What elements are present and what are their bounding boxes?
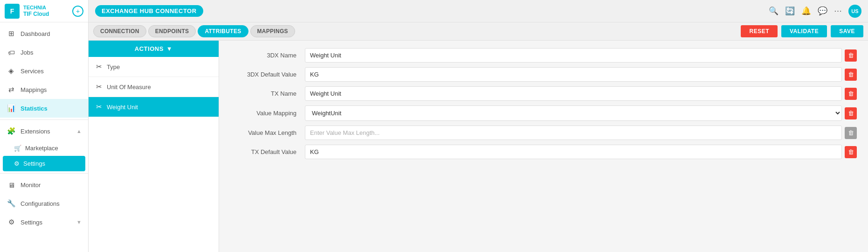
marketplace-icon: 🛒 — [14, 145, 21, 152]
sidebar-item-label: Dashboard — [21, 30, 82, 37]
input-3dx-name[interactable] — [305, 48, 842, 63]
sidebar-item-label: Extensions — [21, 128, 76, 135]
monitor-icon: 🖥 — [7, 180, 16, 189]
left-nav-weight-unit[interactable]: ✂ Weight Unit — [89, 97, 219, 117]
user-avatar[interactable]: US — [848, 5, 861, 18]
sidebar-header: F TECHNIA TIF Cloud + — [0, 0, 88, 22]
input-wrap-tx-default: 🗑 — [305, 145, 857, 159]
refresh-icon[interactable]: 🔄 — [785, 6, 795, 16]
label-3dx-default: 3DX Default Value — [230, 71, 305, 78]
sidebar-item-mappings[interactable]: ⇄ Mappings — [0, 80, 88, 99]
input-tx-default[interactable] — [305, 145, 842, 159]
input-wrap-3dx-name: 🗑 — [305, 48, 857, 63]
sidebar-nav: ⊞ Dashboard 🏷 Jobs ◈ Services ⇄ Mappings… — [0, 22, 88, 252]
uom-icon: ✂ — [96, 83, 102, 91]
left-nav-unit-of-measure[interactable]: ✂ Unit Of Measure — [89, 77, 219, 97]
type-icon: ✂ — [96, 63, 102, 71]
bell-icon[interactable]: 🔔 — [801, 6, 811, 16]
logo-letter: F — [10, 7, 14, 15]
form-row-value-max-length: Value Max Length 🗑 — [230, 126, 857, 140]
sidebar-sub-label: Settings — [23, 160, 45, 167]
form-row-3dx-name: 3DX Name 🗑 — [230, 48, 857, 63]
sidebar-item-label: Statistics — [21, 105, 82, 112]
sidebar-item-monitor[interactable]: 🖥 Monitor — [0, 175, 88, 194]
select-value-mapping[interactable]: WeightUnit — [305, 105, 842, 121]
extensions-icon: 🧩 — [7, 126, 16, 136]
dashboard-icon: ⊞ — [7, 29, 16, 38]
tab-connection[interactable]: CONNECTION — [93, 25, 146, 37]
delete-tx-name-button[interactable]: 🗑 — [845, 88, 857, 100]
sidebar-item-label: Settings — [21, 219, 76, 226]
delete-value-max-length-button[interactable]: 🗑 — [845, 127, 857, 139]
brand-text: TECHNIA TIF Cloud — [23, 5, 49, 17]
tab-mappings[interactable]: MAPPINGS — [250, 25, 295, 37]
delete-3dx-default-button[interactable]: 🗑 — [845, 69, 857, 81]
tab-endpoints[interactable]: ENDPOINTS — [148, 25, 196, 37]
save-button[interactable]: SAVE — [831, 25, 863, 37]
form-row-value-mapping: Value Mapping WeightUnit 🗑 — [230, 105, 857, 121]
main-content: EXCHANGE HUB CONNECTOR 🔍 🔄 🔔 💬 ⋯ US CONN… — [89, 0, 868, 252]
configurations-icon: 🔧 — [7, 199, 16, 208]
connector-title: EXCHANGE HUB CONNECTOR — [95, 5, 203, 17]
form-row-tx-name: TX Name 🗑 — [230, 86, 857, 101]
sidebar-item-label: Services — [21, 68, 82, 75]
settings-icon: ⚙ — [7, 217, 16, 227]
content-area: ACTIONS ▼ ✂ Type ✂ Unit Of Measure ✂ Wei… — [89, 41, 868, 252]
brand-sub: TIF Cloud — [23, 11, 49, 17]
top-bar: EXCHANGE HUB CONNECTOR 🔍 🔄 🔔 💬 ⋯ US — [89, 0, 868, 22]
input-wrap-value-max-length: 🗑 — [305, 126, 857, 140]
input-tx-name[interactable] — [305, 86, 842, 101]
sidebar-item-extensions[interactable]: 🧩 Extensions ▲ — [0, 122, 88, 140]
delete-value-mapping-button[interactable]: 🗑 — [845, 107, 857, 119]
sidebar-item-settings-ext[interactable]: ⚙ Settings — [3, 156, 85, 171]
input-value-max-length[interactable] — [305, 126, 842, 140]
grid-icon[interactable]: ⋯ — [834, 6, 842, 16]
validate-button[interactable]: VALIDATE — [781, 25, 827, 37]
delete-tx-default-button[interactable]: 🗑 — [845, 146, 857, 158]
chat-icon[interactable]: 💬 — [818, 6, 827, 16]
settings-ext-icon: ⚙ — [14, 160, 20, 167]
tabs-bar: CONNECTION ENDPOINTS ATTRIBUTES MAPPINGS… — [89, 22, 868, 41]
input-wrap-3dx-default: 🗑 — [305, 67, 857, 82]
tab-attributes[interactable]: ATTRIBUTES — [198, 25, 248, 37]
nav-divider — [0, 119, 88, 120]
sidebar-item-jobs[interactable]: 🏷 Jobs — [0, 43, 88, 62]
form-row-3dx-default: 3DX Default Value 🗑 — [230, 67, 857, 82]
sidebar-item-statistics[interactable]: 📊 Statistics — [0, 99, 88, 118]
sidebar-expand-button[interactable]: + — [72, 6, 83, 17]
label-tx-name: TX Name — [230, 90, 305, 97]
logo-box: F — [5, 4, 20, 19]
label-value-mapping: Value Mapping — [230, 110, 305, 117]
sidebar-item-configurations[interactable]: 🔧 Configurations — [0, 194, 88, 213]
actions-label: ACTIONS — [135, 45, 164, 52]
jobs-icon: 🏷 — [7, 48, 16, 57]
sidebar-item-settings[interactable]: ⚙ Settings ▼ — [0, 213, 88, 231]
mappings-icon: ⇄ — [7, 85, 16, 94]
action-buttons: RESET VALIDATE SAVE — [741, 25, 863, 37]
input-3dx-default[interactable] — [305, 67, 842, 82]
sidebar-item-marketplace[interactable]: 🛒 Marketplace — [0, 140, 88, 156]
reset-button[interactable]: RESET — [741, 25, 778, 37]
actions-chevron-icon: ▼ — [166, 45, 172, 52]
sidebar-item-label: Mappings — [21, 86, 82, 93]
sidebar-item-dashboard[interactable]: ⊞ Dashboard — [0, 24, 88, 43]
sidebar-sub-label: Marketplace — [25, 145, 58, 152]
chevron-down-icon: ▼ — [76, 219, 82, 225]
search-icon[interactable]: 🔍 — [769, 6, 778, 16]
statistics-icon: 📊 — [7, 104, 16, 113]
sidebar: F TECHNIA TIF Cloud + ⊞ Dashboard 🏷 Jobs… — [0, 0, 89, 252]
label-value-max-length: Value Max Length — [230, 129, 305, 136]
label-3dx-name: 3DX Name — [230, 52, 305, 59]
left-nav-label: Unit Of Measure — [107, 84, 151, 91]
left-nav-type[interactable]: ✂ Type — [89, 57, 219, 77]
actions-button[interactable]: ACTIONS ▼ — [89, 41, 219, 57]
left-panel: ACTIONS ▼ ✂ Type ✂ Unit Of Measure ✂ Wei… — [89, 41, 219, 252]
sidebar-item-label: Configurations — [21, 200, 82, 207]
chevron-up-icon: ▲ — [76, 128, 82, 134]
left-nav-label: Weight Unit — [107, 104, 138, 111]
delete-3dx-name-button[interactable]: 🗑 — [845, 49, 857, 62]
left-nav-label: Type — [107, 63, 120, 70]
top-actions: 🔍 🔄 🔔 💬 ⋯ US — [769, 5, 861, 18]
sidebar-item-services[interactable]: ◈ Services — [0, 62, 88, 80]
sidebar-item-label: Jobs — [21, 49, 82, 56]
